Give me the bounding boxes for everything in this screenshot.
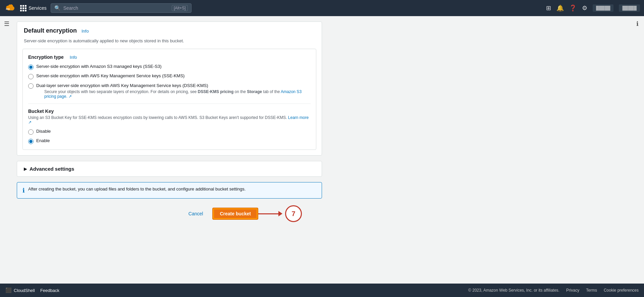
- default-encryption-subtitle: Server-side encryption is automatically …: [17, 38, 322, 49]
- search-bar[interactable]: 🔍 [Alt+S]: [51, 3, 192, 13]
- arrow-annotation: 7: [258, 205, 302, 222]
- sse-s3-option: Server-side encryption with Amazon S3 ma…: [28, 64, 311, 70]
- dsse-kms-option: Dual-layer server-side encryption with A…: [28, 83, 311, 99]
- search-input[interactable]: [63, 5, 169, 11]
- bucket-key-enable-label[interactable]: Enable: [36, 138, 50, 143]
- bucket-key-section: Bucket Key Using an S3 Bucket Key for SS…: [28, 109, 311, 144]
- page-info-icon[interactable]: ℹ: [636, 20, 639, 28]
- step-circle: 7: [285, 205, 302, 222]
- dsse-kms-label[interactable]: Dual-layer server-side encryption with A…: [36, 83, 208, 88]
- services-menu[interactable]: Services: [20, 5, 47, 11]
- default-encryption-title: Default encryption: [24, 27, 77, 34]
- terminal-icon[interactable]: ⊞: [546, 4, 551, 12]
- sse-s3-label[interactable]: Server-side encryption with Amazon S3 ma…: [36, 64, 162, 69]
- card-header: Default encryption Info: [17, 22, 322, 37]
- default-encryption-info[interactable]: Info: [82, 29, 89, 34]
- arrow-head: [278, 211, 282, 216]
- default-encryption-card: Default encryption Info Server-side encr…: [17, 22, 322, 156]
- bucket-key-enable-radio[interactable]: [28, 139, 34, 144]
- settings-icon[interactable]: ⚙: [582, 4, 587, 12]
- dsse-kms-description: Secure your objects with two separate la…: [36, 89, 311, 99]
- encryption-type-label: Encryption type Info: [28, 54, 311, 60]
- section-divider: [28, 103, 311, 104]
- info-banner: ℹ After creating the bucket, you can upl…: [17, 182, 322, 199]
- bucket-key-radio-group: Disable Enable: [28, 129, 311, 144]
- bucket-key-enable: Enable: [28, 138, 311, 144]
- services-label: Services: [29, 5, 47, 11]
- advanced-settings-card[interactable]: ▶ Advanced settings: [17, 161, 322, 177]
- info-banner-icon: ℹ: [22, 187, 25, 194]
- arrow-line: [258, 213, 278, 214]
- sse-kms-radio[interactable]: [28, 74, 34, 79]
- svg-text:aws: aws: [6, 8, 10, 10]
- region-menu[interactable]: █████: [619, 4, 640, 12]
- encryption-type-section: Encryption type Info Server-side encrypt…: [22, 49, 316, 150]
- search-shortcut: [Alt+S]: [172, 5, 188, 11]
- grid-icon: [20, 5, 26, 11]
- bucket-key-disable-label[interactable]: Disable: [36, 129, 51, 134]
- sse-kms-option: Server-side encryption with AWS Key Mana…: [28, 73, 311, 79]
- aws-logo[interactable]: aws: [4, 2, 16, 14]
- top-navigation: aws Services 🔍 [Alt+S] ⊞ 🔔 ❓ ⚙ █████ ███…: [0, 0, 644, 16]
- help-icon[interactable]: ❓: [569, 4, 577, 12]
- create-bucket-button[interactable]: Create bucket: [212, 208, 258, 220]
- encryption-type-radio-group: Server-side encryption with Amazon S3 ma…: [28, 64, 311, 99]
- bucket-key-disable: Disable: [28, 129, 311, 135]
- info-banner-text: After creating the bucket, you can uploa…: [28, 186, 246, 192]
- sse-kms-label[interactable]: Server-side encryption with AWS Key Mana…: [36, 73, 184, 78]
- chevron-right-icon: ▶: [24, 167, 27, 171]
- annotation-wrapper: Create bucket 7: [212, 205, 302, 222]
- bell-icon[interactable]: 🔔: [556, 4, 564, 12]
- bucket-key-description: Using an S3 Bucket Key for SSE-KMS reduc…: [28, 115, 311, 125]
- encryption-type-info[interactable]: Info: [70, 55, 77, 60]
- dsse-kms-radio[interactable]: [28, 83, 34, 89]
- sse-s3-radio[interactable]: [28, 65, 34, 70]
- advanced-settings-title: ▶ Advanced settings: [24, 166, 315, 172]
- main-content: Default encryption Info Server-side encr…: [0, 16, 335, 249]
- cancel-button[interactable]: Cancel: [183, 208, 209, 219]
- bucket-key-label: Bucket Key: [28, 109, 311, 114]
- search-icon: 🔍: [54, 5, 61, 11]
- bucket-key-disable-radio[interactable]: [28, 129, 34, 135]
- nav-right: ⊞ 🔔 ❓ ⚙ █████ █████: [546, 4, 640, 12]
- user-menu[interactable]: █████: [593, 4, 614, 12]
- action-bar: Cancel Create bucket 7: [17, 205, 302, 222]
- sidebar-toggle[interactable]: ☰: [4, 20, 9, 28]
